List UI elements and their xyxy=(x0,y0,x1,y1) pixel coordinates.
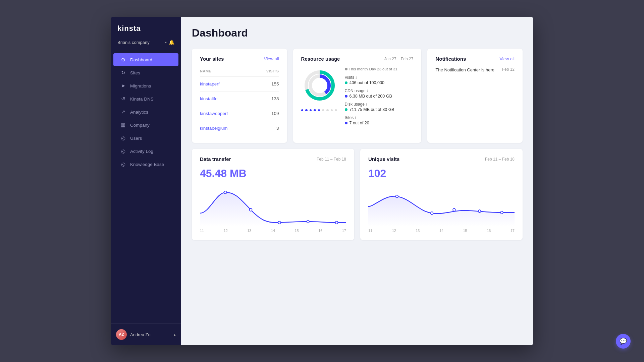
sidebar-item-sites[interactable]: ↻Sites xyxy=(113,66,178,79)
svg-point-6 xyxy=(278,221,281,224)
progress-dot xyxy=(335,109,337,111)
resource-usage-date: Jan 27 – Feb 27 xyxy=(384,57,414,61)
metric-label: Sites ℹ xyxy=(345,115,414,120)
data-transfer-value: 45.48 MB xyxy=(200,167,346,180)
progress-dot xyxy=(322,109,324,111)
progress-dot xyxy=(301,109,304,111)
metric-label: Disk usage ℹ xyxy=(345,102,414,107)
table-row: kinstaperf 155 xyxy=(200,77,279,92)
sidebar-item-users[interactable]: ◎Users xyxy=(113,132,178,144)
main-content: Dashboard Your sites View all NAME VISIT… xyxy=(181,17,533,345)
sidebar-item-label-users: Users xyxy=(130,136,142,141)
site-visits: 155 xyxy=(271,81,279,86)
unique-visits-header: Unique visits Feb 11 – Feb 18 xyxy=(368,156,515,162)
sidebar-item-label-kinsta-dns: Kinsta DNS xyxy=(130,97,154,102)
data-transfer-card: Data transfer Feb 11 – Feb 18 45.48 MB xyxy=(192,149,354,240)
sites-table: NAME VISITS kinstaperf 155 kinstalife 13… xyxy=(200,67,279,135)
data-transfer-x-axis: 11 12 13 14 15 16 17 xyxy=(200,227,346,233)
unique-visits-x-axis: 11 12 13 14 15 16 17 xyxy=(368,227,515,233)
your-sites-header: Your sites View all xyxy=(200,56,279,62)
unique-visits-chart xyxy=(368,186,515,227)
notifications-view-all[interactable]: View all xyxy=(499,56,515,61)
your-sites-title: Your sites xyxy=(200,56,224,62)
svg-point-5 xyxy=(250,208,252,211)
nav-items: ⊙Dashboard↻Sites➤Migrations↺Kinsta DNS↗A… xyxy=(111,52,181,323)
table-header: NAME VISITS xyxy=(200,67,279,77)
activity-log-icon: ◎ xyxy=(120,148,126,154)
resource-usage-inner: This month Day 23 out of 31 Visits ℹ 406… xyxy=(301,67,414,129)
svg-point-8 xyxy=(335,221,338,224)
sites-icon: ↻ xyxy=(120,70,126,76)
uv-x-label-13: 13 xyxy=(416,229,420,233)
resource-usage-header: Resource usage Jan 27 – Feb 27 xyxy=(301,56,414,62)
sidebar-item-label-company: Company xyxy=(130,123,150,128)
table-row: kinstabelgium 3 xyxy=(200,121,279,135)
sidebar-item-company[interactable]: ▦Company xyxy=(113,119,178,131)
site-visits: 109 xyxy=(271,111,279,116)
company-selector[interactable]: Brian's company ▾ 🔔 xyxy=(111,38,181,52)
your-sites-card: Your sites View all NAME VISITS kinstape… xyxy=(192,49,287,143)
svg-point-4 xyxy=(224,191,227,194)
metric-value: 406 out of 100,000 xyxy=(345,80,414,85)
site-name[interactable]: kinstalife xyxy=(200,96,218,101)
svg-point-13 xyxy=(500,211,503,214)
data-transfer-date: Feb 11 – Feb 18 xyxy=(317,157,346,162)
chat-button[interactable]: 💬 xyxy=(616,334,631,349)
top-cards-row: Your sites View all NAME VISITS kinstape… xyxy=(192,49,523,143)
resource-usage-title: Resource usage xyxy=(301,56,340,62)
site-name[interactable]: kinstabelgium xyxy=(200,126,228,131)
data-transfer-title: Data transfer xyxy=(200,156,231,162)
progress-dot xyxy=(314,109,316,111)
metric-value: 7 out of 20 xyxy=(345,121,414,125)
users-icon: ◎ xyxy=(120,135,126,141)
sidebar-item-label-sites: Sites xyxy=(130,70,140,75)
data-transfer-chart xyxy=(200,186,346,227)
progress-bar-area xyxy=(301,109,338,111)
sites-rows: kinstaperf 155 kinstalife 138 kinstawoop… xyxy=(200,77,279,135)
progress-dot xyxy=(326,109,329,111)
sidebar-item-label-analytics: Analytics xyxy=(130,110,148,115)
chat-icon: 💬 xyxy=(620,338,627,345)
data-transfer-svg xyxy=(200,186,346,227)
metric-dot xyxy=(345,108,347,111)
x-label-16: 16 xyxy=(318,229,322,233)
your-sites-view-all[interactable]: View all xyxy=(264,56,279,61)
metric-row: Sites ℹ 7 out of 20 xyxy=(345,115,414,125)
progress-dot xyxy=(310,109,312,111)
metric-value: 711.75 MB out of 30 GB xyxy=(345,107,414,112)
company-icon: ▦ xyxy=(120,122,126,128)
sidebar-item-label-activity-log: Activity Log xyxy=(130,149,153,154)
notifications-card: Notifications View all The Notification … xyxy=(427,49,523,143)
metric-dot xyxy=(345,95,347,98)
site-visits: 3 xyxy=(276,126,279,131)
x-label-11: 11 xyxy=(200,229,204,233)
svg-point-9 xyxy=(396,195,398,198)
site-name[interactable]: kinstaperf xyxy=(200,81,220,86)
sidebar-item-dashboard[interactable]: ⊙Dashboard xyxy=(113,53,178,66)
sidebar-item-activity-log[interactable]: ◎Activity Log xyxy=(113,145,178,158)
kinsta-logo: kinsta xyxy=(117,24,141,33)
metric-value: 6.38 MB out of 200 GB xyxy=(345,94,414,99)
sidebar-item-migrations[interactable]: ➤Migrations xyxy=(113,79,178,92)
this-month-badge: This month Day 23 out of 31 xyxy=(345,67,414,71)
site-name[interactable]: kinstawooperf xyxy=(200,111,228,116)
sidebar-item-analytics[interactable]: ↗Analytics xyxy=(113,106,178,118)
page-title: Dashboard xyxy=(192,27,523,39)
unique-visits-value: 102 xyxy=(368,167,515,180)
notification-item: The Notification Center is here Feb 12 xyxy=(435,67,515,73)
sidebar-item-knowledge-base[interactable]: ◎Knowledge Base xyxy=(113,158,178,171)
uv-x-label-15: 15 xyxy=(463,229,467,233)
x-label-15: 15 xyxy=(295,229,299,233)
svg-point-7 xyxy=(307,220,309,223)
table-row: kinstalife 138 xyxy=(200,92,279,106)
metric-dot xyxy=(345,81,347,84)
sidebar-item-kinsta-dns[interactable]: ↺Kinsta DNS xyxy=(113,93,178,105)
x-label-17: 17 xyxy=(342,229,346,233)
notification-items: The Notification Center is here Feb 12 xyxy=(435,67,515,73)
uv-x-label-16: 16 xyxy=(487,229,491,233)
sidebar-header: kinsta xyxy=(111,17,181,38)
svg-point-12 xyxy=(478,210,481,213)
bell-icon[interactable]: 🔔 xyxy=(169,40,174,45)
notification-text: The Notification Center is here xyxy=(435,67,494,73)
day-out-of: Day 23 out of 31 xyxy=(369,67,397,71)
